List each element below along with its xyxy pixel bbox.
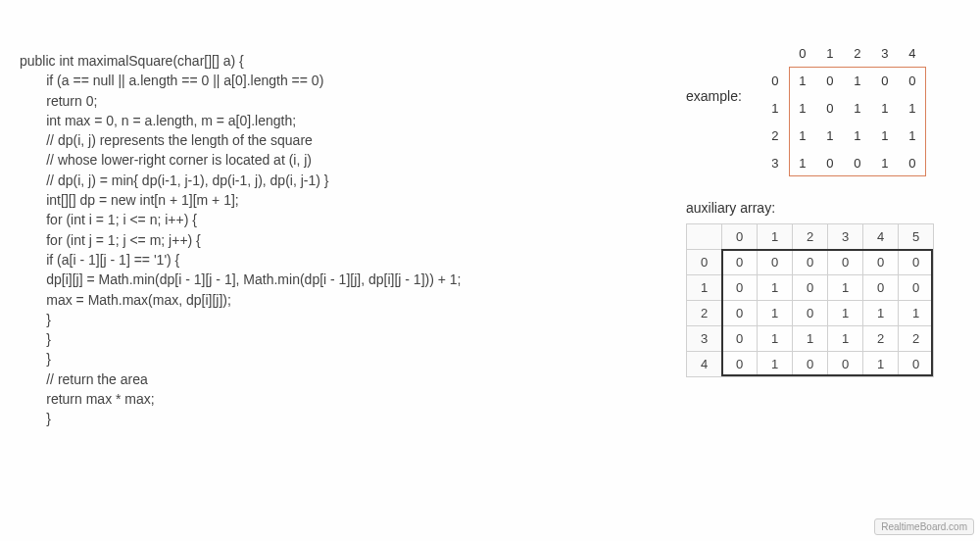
diagrams-column: example: 0 1 2 3 4 0 1 0 1 0 0: [686, 39, 970, 377]
aux-cell: 0: [722, 275, 758, 301]
code-line: // return the area: [20, 369, 627, 389]
code-line: }: [20, 349, 627, 369]
code-line: }: [20, 409, 627, 428]
aux-cell: 0: [863, 275, 899, 301]
aux-cell: 0: [863, 250, 899, 275]
aux-cell: 0: [793, 275, 828, 301]
aux-cell: 0: [758, 250, 793, 275]
code-line: // whose lower-right corner is located a…: [20, 150, 627, 170]
aux-cell: 0: [722, 250, 758, 275]
aux-row-header: 0: [687, 250, 722, 275]
ex-row-header: 3: [761, 149, 789, 176]
ex-col-header: 0: [789, 39, 816, 67]
aux-cell: 0: [722, 326, 758, 352]
aux-col-header: 2: [793, 224, 828, 250]
aux-col-header: 0: [722, 224, 758, 250]
code-line: for (int i = 1; i <= n; i++) {: [20, 210, 627, 229]
code-line: int max = 0, n = a.length, m = a[0].leng…: [20, 111, 627, 130]
watermark: RealtimeBoard.com: [874, 518, 974, 535]
example-matrix: 0 1 2 3 4 0 1 0 1 0 0 1 1 0: [761, 39, 926, 176]
aux-col-header: 4: [863, 224, 899, 250]
aux-cell: 0: [722, 301, 758, 326]
code-line: dp[i][j] = Math.min(dp[i - 1][j - 1], Ma…: [20, 270, 627, 289]
aux-cell: 1: [758, 326, 793, 352]
aux-cell: 0: [828, 352, 863, 377]
aux-cell: 0: [793, 250, 828, 275]
aux-cell: 1: [758, 352, 793, 377]
code-line: return 0;: [20, 91, 627, 111]
aux-cell: 1: [828, 301, 863, 326]
aux-cell: 1: [758, 301, 793, 326]
aux-cell: 2: [899, 326, 934, 352]
aux-cell: 0: [899, 352, 934, 377]
ex-row-header: 0: [761, 67, 789, 94]
aux-row-header: 4: [687, 352, 722, 377]
aux-col-header: 3: [828, 224, 863, 250]
code-line: if (a[i - 1][j - 1] == '1') {: [20, 250, 627, 270]
aux-cell: 0: [899, 250, 934, 275]
code-line: max = Math.max(max, dp[i][j]);: [20, 290, 627, 310]
aux-cell: 1: [828, 275, 863, 301]
code-line: if (a == null || a.length == 0 || a[0].l…: [20, 71, 627, 90]
aux-col-header: 5: [899, 224, 934, 250]
aux-cell: 1: [793, 326, 828, 352]
ex-row-header: 2: [761, 122, 789, 149]
aux-cell: 0: [899, 275, 934, 301]
aux-col-header: 1: [758, 224, 793, 250]
code-line: public int maximalSquare(char[][] a) {: [20, 51, 627, 71]
ex-col-header: 3: [871, 39, 899, 67]
aux-row-header: 1: [687, 275, 722, 301]
ex-col-header: 1: [816, 39, 844, 67]
code-line: return max * max;: [20, 389, 627, 409]
example-label: example:: [686, 88, 742, 104]
aux-row-header: 2: [687, 301, 722, 326]
code-line: // dp(i, j) represents the length of the…: [20, 130, 627, 150]
aux-cell: 0: [828, 250, 863, 275]
aux-cell: 1: [863, 352, 899, 377]
aux-cell: 0: [793, 352, 828, 377]
aux-cell: 1: [899, 301, 934, 326]
auxiliary-label: auxiliary array:: [686, 200, 970, 216]
aux-cell: 2: [863, 326, 899, 352]
auxiliary-matrix: 0 1 2 3 4 5 0 0 0 0 0 0 0 1 0 1 0 1: [686, 223, 970, 377]
code-line: for (int j = 1; j <= m; j++) {: [20, 230, 627, 250]
code-block: public int maximalSquare(char[][] a) { i…: [20, 51, 627, 429]
aux-cell: 1: [758, 275, 793, 301]
code-line: }: [20, 310, 627, 329]
ex-col-header: 2: [844, 39, 871, 67]
code-line: }: [20, 329, 627, 349]
aux-cell: 1: [863, 301, 899, 326]
aux-cell: 0: [793, 301, 828, 326]
ex-col-header: 4: [899, 39, 926, 67]
example-highlight-box: [789, 67, 926, 176]
aux-cell: 0: [722, 352, 758, 377]
code-line: // dp(i, j) = min{ dp(i-1, j-1), dp(i-1,…: [20, 171, 627, 190]
ex-row-header: 1: [761, 94, 789, 122]
aux-row-header: 3: [687, 326, 722, 352]
aux-cell: 1: [828, 326, 863, 352]
code-line: int[][] dp = new int[n + 1][m + 1];: [20, 190, 627, 210]
